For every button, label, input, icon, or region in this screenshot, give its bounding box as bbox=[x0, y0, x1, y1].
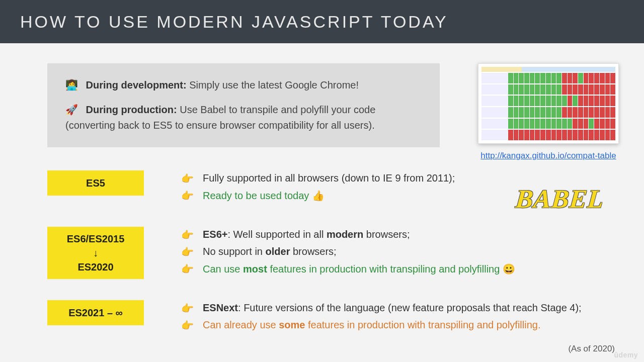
list-item: 👉 ES6+: Well supported in all modern bro… bbox=[181, 229, 619, 241]
compat-table-link[interactable]: http://kangax.github.io/compat-table bbox=[480, 151, 616, 160]
info-dev-label: During development: bbox=[86, 79, 187, 90]
tag-es5: ES5 bbox=[47, 170, 144, 196]
smile-icon: 😀 bbox=[503, 263, 515, 275]
info-dev-text: Simply use the latest Google Chrome! bbox=[189, 79, 359, 90]
pointer-icon: 👉 bbox=[181, 246, 194, 258]
rocket-icon: 🚀 bbox=[65, 104, 78, 115]
pointer-icon: 👉 bbox=[181, 190, 194, 202]
list-item: 👉 Can already use some features in produ… bbox=[181, 319, 619, 331]
tag-es6: ES6/ES2015 ↓ ES2020 bbox=[47, 227, 144, 279]
pointer-icon: 👉 bbox=[181, 263, 194, 275]
pointer-icon: 👉 bbox=[181, 302, 194, 314]
tag-es6-line3: ES2020 bbox=[77, 260, 113, 274]
info-prod-line: 🚀 During production: Use Babel to transp… bbox=[65, 102, 422, 133]
as-of-note: (As of 2020) bbox=[568, 344, 615, 354]
bullet-text: Can use most features in production with… bbox=[203, 263, 515, 275]
info-prod-label: During production: bbox=[86, 104, 177, 115]
tag-esnext-label: ES2021 – ∞ bbox=[68, 306, 123, 320]
bullet-text: No support in older browsers; bbox=[203, 246, 337, 257]
list-item: 👉 No support in older browsers; bbox=[181, 246, 619, 258]
info-dev-line: 👩‍💻 During development: Simply use the l… bbox=[65, 77, 422, 93]
pointer-icon: 👉 bbox=[181, 319, 194, 331]
tag-es6-line1: ES6/ES2015 bbox=[67, 232, 125, 246]
pointer-icon: 👉 bbox=[181, 172, 194, 185]
bullet-text: ES6+: Well supported in all modern brows… bbox=[203, 229, 410, 240]
bullet-text: Can already use some features in product… bbox=[203, 319, 541, 331]
bullets-esnext: 👉 ESNext: Future versions of the languag… bbox=[181, 300, 619, 336]
list-item: 👉 ESNext: Future versions of the languag… bbox=[181, 302, 619, 314]
slide-content: 👩‍💻 During development: Simply use the l… bbox=[0, 43, 644, 362]
watermark: ûdemy bbox=[614, 351, 638, 359]
laptop-person-icon: 👩‍💻 bbox=[65, 79, 78, 90]
row-esnext: ES2021 – ∞ 👉 ESNext: Future versions of … bbox=[47, 300, 619, 336]
row-es6: ES6/ES2015 ↓ ES2020 👉 ES6+: Well support… bbox=[47, 227, 619, 280]
bullets-es6: 👉 ES6+: Well supported in all modern bro… bbox=[181, 227, 619, 280]
compat-table-thumbnail bbox=[478, 63, 619, 144]
bullet-text: Ready to be used today 👍 bbox=[203, 190, 325, 202]
compat-table-aside: http://kangax.github.io/compat-table bbox=[478, 63, 619, 161]
list-item: 👉 Can use most features in production wi… bbox=[181, 263, 619, 275]
tag-esnext: ES2021 – ∞ bbox=[47, 300, 144, 325]
tag-es5-label: ES5 bbox=[86, 176, 105, 190]
slide-title: How to use modern JavaScript today bbox=[20, 12, 448, 32]
bullet-text: ESNext: Future versions of the language … bbox=[203, 302, 582, 314]
bullet-text: Fully supported in all browsers (down to… bbox=[203, 172, 455, 184]
down-arrow-icon: ↓ bbox=[93, 246, 98, 260]
thumbs-up-icon: 👍 bbox=[312, 190, 325, 201]
babel-logo: BABEL bbox=[514, 184, 605, 214]
slide-header: How to use modern JavaScript today bbox=[0, 0, 644, 43]
list-item: 👉 Fully supported in all browsers (down … bbox=[181, 172, 619, 185]
pointer-icon: 👉 bbox=[181, 229, 194, 241]
info-box: 👩‍💻 During development: Simply use the l… bbox=[47, 63, 440, 147]
